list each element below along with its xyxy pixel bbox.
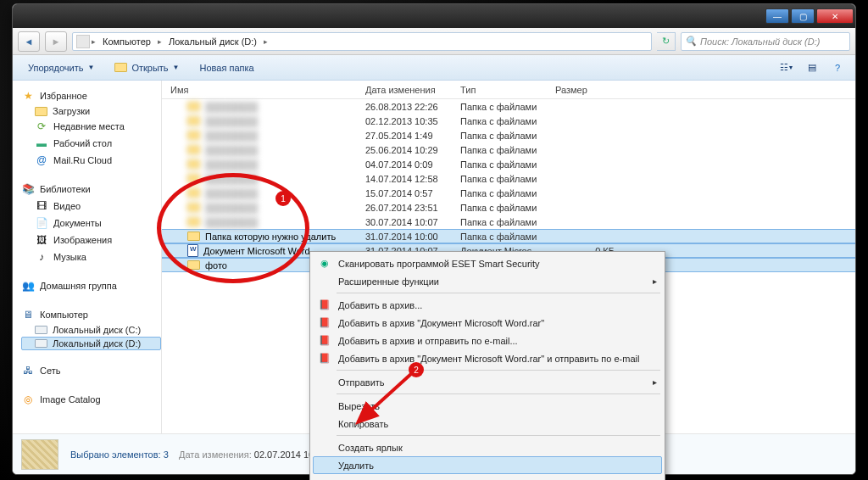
chevron-right-icon: ▸ [92, 37, 96, 46]
menu-advanced[interactable]: Расширенные функции▸ [313, 272, 662, 290]
toolbar: Упорядочить▼ Открыть▼ Новая папка ☷▼ ▤ ? [13, 55, 855, 81]
menu-scan-eset[interactable]: ◉Сканировать программой ESET Smart Secur… [313, 254, 662, 272]
table-row[interactable]: ████████15.07.2014 0:57Папка с файлами [162, 186, 855, 200]
column-size[interactable]: Размер [547, 85, 615, 95]
menu-add-archive-named[interactable]: 📕Добавить в архив "Документ Microsoft Wo… [313, 314, 662, 332]
menu-add-named-email[interactable]: 📕Добавить в архив "Документ Microsoft Wo… [313, 349, 662, 367]
file-name: Документ Microsoft Word [203, 246, 310, 256]
cloud-icon: @ [35, 153, 48, 167]
sidebar-item-downloads[interactable]: Загрузки [21, 104, 161, 118]
menu-add-email[interactable]: 📕Добавить в архив и отправить по e-mail.… [313, 332, 662, 349]
status-selected: Выбрано элементов: 3 [70, 449, 169, 460]
folder-icon [187, 116, 200, 126]
sidebar-item-drive-d[interactable]: Локальный диск (D:) [21, 337, 161, 350]
documents-icon: 📄 [35, 216, 48, 230]
sidebar-item-mailru[interactable]: @Mail.Ru Cloud [21, 152, 161, 169]
titlebar[interactable]: — ▢ ✕ [13, 4, 855, 28]
archive-icon: 📕 [318, 352, 331, 366]
sidebar-libraries[interactable]: 📚Библиотеки [21, 181, 161, 198]
column-date[interactable]: Дата изменения [357, 85, 452, 95]
column-name[interactable]: Имя [162, 85, 357, 95]
menu-rename[interactable]: Переименовать [313, 474, 662, 480]
minimize-button[interactable]: — [765, 8, 789, 24]
file-type: Папка с файлами [460, 145, 555, 155]
menu-delete[interactable]: Удалить [313, 456, 662, 474]
file-name: ████████ [205, 116, 258, 126]
forward-button[interactable]: ► [45, 31, 67, 52]
menu-send-to[interactable]: Отправить▸ [313, 373, 662, 391]
open-button[interactable]: Открыть▼ [106, 59, 187, 77]
menu-add-archive[interactable]: 📕Добавить в архив... [313, 296, 662, 314]
table-row[interactable]: ████████27.05.2014 1:49Папка с файлами [162, 128, 855, 142]
sidebar: ★Избранное Загрузки ⟳Недавние места ▬Раб… [13, 81, 162, 433]
sidebar-favorites[interactable]: ★Избранное [21, 87, 161, 104]
menu-copy[interactable]: Копировать [313, 415, 662, 433]
new-folder-button[interactable]: Новая папка [192, 59, 263, 77]
table-row[interactable]: ████████04.07.2014 0:09Папка с файлами [162, 157, 855, 171]
sidebar-item-documents[interactable]: 📄Документы [21, 215, 161, 232]
sidebar-item-pictures[interactable]: 🖼Изображения [21, 232, 161, 248]
organize-button[interactable]: Упорядочить▼ [19, 59, 103, 77]
search-placeholder: Поиск: Локальный диск (D:) [700, 36, 820, 47]
network-icon: 🖧 [21, 364, 35, 377]
file-name: ████████ [205, 203, 258, 213]
archive-icon: 📕 [318, 299, 331, 312]
word-icon [187, 244, 198, 257]
file-type: Папка с файлами [460, 217, 555, 227]
context-menu: ◉Сканировать программой ESET Smart Secur… [309, 251, 665, 480]
search-input[interactable]: 🔍 Поиск: Локальный диск (D:) [681, 32, 850, 51]
sidebar-computer[interactable]: 🖥Компьютер [21, 306, 161, 323]
sidebar-item-recent[interactable]: ⟳Недавние места [21, 118, 161, 135]
menu-separator [337, 370, 660, 371]
table-row[interactable]: ████████30.07.2014 10:07Папка с файлами [162, 215, 855, 229]
sidebar-image-catalog[interactable]: ◎Image Catalog [21, 391, 161, 408]
sidebar-item-video[interactable]: 🎞Видео [21, 198, 161, 215]
file-type: Папка с файлами [460, 102, 555, 112]
file-type: Папка с файлами [460, 131, 555, 141]
computer-icon [76, 35, 90, 48]
file-type: Папка с файлами [460, 188, 555, 198]
homegroup-icon: 👥 [21, 279, 35, 293]
breadcrumb-computer[interactable]: Компьютер [97, 33, 156, 50]
star-icon: ★ [21, 89, 35, 103]
search-icon: 🔍 [685, 36, 697, 47]
table-row[interactable]: ████████02.12.2013 10:35Папка с файлами [162, 114, 855, 128]
sidebar-item-music[interactable]: ♪Музыка [21, 248, 161, 265]
help-button[interactable]: ? [826, 59, 849, 77]
pictures-icon: 🖼 [35, 233, 48, 247]
menu-cut[interactable]: Вырезать [313, 397, 662, 415]
file-date: 31.07.2014 10:00 [365, 232, 460, 242]
preview-pane-button[interactable]: ▤ [801, 59, 823, 77]
chevron-right-icon: ▸ [158, 37, 162, 46]
breadcrumb-drive-d[interactable]: Локальный диск (D:) [164, 33, 262, 50]
maximize-button[interactable]: ▢ [791, 8, 815, 24]
refresh-button[interactable]: ↻ [657, 32, 676, 51]
sidebar-homegroup[interactable]: 👥Домашняя группа [21, 277, 161, 294]
close-button[interactable]: ✕ [816, 8, 854, 24]
column-type[interactable]: Тип [452, 85, 547, 95]
sidebar-network[interactable]: 🖧Сеть [21, 362, 161, 379]
file-type: Папка с файлами [460, 174, 555, 184]
sidebar-item-desktop[interactable]: ▬Рабочий стол [21, 135, 161, 152]
folder-open-icon [114, 63, 127, 72]
libraries-icon: 📚 [21, 182, 35, 196]
file-date: 26.07.2014 23:51 [365, 203, 460, 213]
sidebar-item-drive-c[interactable]: Локальный диск (C:) [21, 323, 161, 337]
archive-icon: 📕 [318, 316, 331, 330]
desktop-icon: ▬ [35, 137, 48, 150]
file-date: 25.06.2014 10:29 [365, 145, 460, 155]
menu-create-shortcut[interactable]: Создать ярлык [313, 438, 662, 456]
table-row[interactable]: ████████25.06.2014 10:29Папка с файлами [162, 142, 855, 157]
breadcrumb[interactable]: ▸ Компьютер ▸ Локальный диск (D:) ▸ [72, 32, 652, 51]
folder-icon [187, 217, 200, 226]
table-row[interactable]: Папка которую нужно удалить31.07.2014 10… [162, 229, 855, 243]
folder-icon [187, 203, 200, 212]
menu-separator [337, 435, 660, 436]
table-row[interactable]: ████████14.07.2014 12:58Папка с файлами [162, 171, 855, 186]
table-row[interactable]: ████████26.07.2014 23:51Папка с файлами [162, 200, 855, 215]
view-options-button[interactable]: ☷▼ [776, 59, 798, 77]
back-button[interactable]: ◄ [18, 31, 40, 52]
table-row[interactable]: ████████26.08.2013 22:26Папка с файлами [162, 99, 855, 114]
file-type: Папка с файлами [460, 203, 555, 213]
folder-icon [187, 102, 200, 111]
